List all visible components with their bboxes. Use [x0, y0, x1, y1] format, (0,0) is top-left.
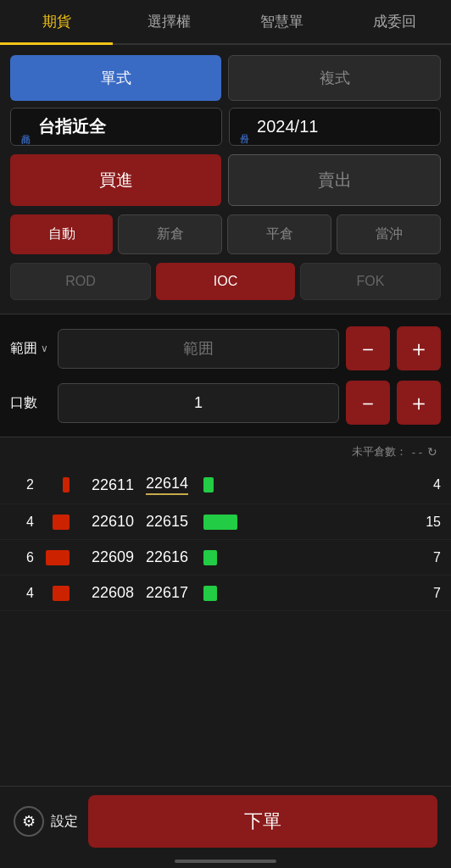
order-type-row: 自動 新倉 平倉 當沖	[0, 214, 451, 263]
price-type-ioc[interactable]: IOC	[156, 263, 295, 300]
quantity-row: 口數 － ＋	[10, 381, 441, 425]
ask-quantity: 7	[256, 550, 441, 565]
ask-quantity: 4	[256, 477, 441, 492]
tab-smart-order[interactable]: 智慧單	[226, 0, 338, 43]
ask-bar-fill	[203, 586, 217, 601]
bid-price[interactable]: 22608	[75, 584, 134, 602]
mode-section: 單式 複式	[0, 45, 451, 108]
settings-area[interactable]: ⚙ 設定	[14, 806, 78, 837]
single-mode-button[interactable]: 單式	[10, 55, 221, 101]
price-type-row: ROD IOC FOK	[0, 263, 451, 314]
ask-price[interactable]: 22614	[139, 475, 198, 495]
sell-button[interactable]: 賣出	[228, 154, 441, 206]
tab-options[interactable]: 選擇權	[113, 0, 226, 43]
bid-bar	[39, 477, 70, 492]
ask-bar	[203, 586, 251, 601]
order-book-row: 6 22609 22616 7	[0, 540, 451, 576]
ask-bar-fill	[203, 515, 237, 530]
control-section: 範囲 ∨ － ＋ 口數 － ＋	[0, 314, 451, 437]
top-tab-bar: 期貨 選擇權 智慧單 成委回	[0, 0, 451, 45]
quantity-increase-button[interactable]: ＋	[397, 381, 441, 425]
order-type-close[interactable]: 平倉	[227, 214, 331, 254]
bid-bar-fill	[53, 515, 70, 530]
ask-price[interactable]: 22615	[139, 513, 198, 531]
order-book-row: 2 22611 22614 4	[0, 466, 451, 504]
product-date-row: 商品 台指近全 月份 2024/11	[0, 108, 451, 154]
product-name: 台指近全	[38, 115, 106, 138]
range-label: 範囲 ∨	[10, 340, 51, 358]
ask-bar	[203, 515, 251, 530]
quantity-decrease-button[interactable]: －	[346, 381, 390, 425]
refresh-icon[interactable]: ↻	[427, 445, 437, 459]
range-increase-button[interactable]: ＋	[397, 326, 441, 370]
ask-price[interactable]: 22616	[139, 548, 198, 566]
ask-bar-fill	[203, 477, 214, 492]
ask-price[interactable]: 22617	[139, 584, 198, 602]
bid-bar	[39, 586, 70, 601]
quantity-label: 口數	[10, 394, 51, 412]
ask-quantity: 7	[256, 586, 441, 601]
open-position-row: 未平倉數： - - ↻	[0, 437, 451, 463]
ask-bar	[203, 550, 251, 565]
bid-quantity: 4	[10, 515, 34, 530]
open-position-label: 未平倉數：	[352, 444, 407, 459]
bid-quantity: 6	[10, 550, 34, 565]
bid-quantity: 2	[10, 477, 34, 492]
tab-futures[interactable]: 期貨	[0, 0, 113, 43]
tab-history[interactable]: 成委回	[338, 0, 451, 43]
order-book-row: 4 22608 22617 7	[0, 576, 451, 611]
product-selector[interactable]: 商品 台指近全	[10, 108, 222, 146]
home-indicator	[175, 860, 276, 863]
open-position-value: - -	[412, 446, 422, 459]
bid-bar-fill	[63, 477, 70, 492]
order-type-new[interactable]: 新倉	[118, 214, 222, 254]
order-book-row: 4 22610 22615 15	[0, 504, 451, 540]
place-order-button[interactable]: 下單	[88, 795, 437, 848]
settings-label: 設定	[51, 813, 78, 831]
bid-price[interactable]: 22610	[75, 513, 134, 531]
bid-bar-fill	[46, 550, 70, 565]
bottom-bar: ⚙ 設定 下單	[0, 786, 451, 868]
order-book: 2 22611 22614 4 4 22610 22615 15 6 22609…	[0, 463, 451, 615]
gear-icon: ⚙	[14, 806, 44, 837]
range-input[interactable]	[58, 329, 339, 369]
order-type-auto[interactable]: 自動	[10, 214, 113, 254]
date-value: 2024/11	[257, 117, 318, 136]
price-type-fok[interactable]: FOK	[300, 263, 441, 300]
order-type-daytrade[interactable]: 當沖	[337, 214, 441, 254]
ask-bar	[203, 477, 251, 492]
price-type-rod[interactable]: ROD	[10, 263, 151, 300]
range-row: 範囲 ∨ － ＋	[10, 326, 441, 370]
date-selector[interactable]: 月份 2024/11	[229, 108, 441, 146]
buysell-row: 買進 賣出	[0, 154, 451, 214]
range-chevron-icon: ∨	[41, 342, 48, 354]
bid-quantity: 4	[10, 586, 34, 601]
buy-button[interactable]: 買進	[10, 154, 221, 206]
combo-mode-button[interactable]: 複式	[228, 55, 441, 101]
bid-bar	[39, 515, 70, 530]
bid-bar	[39, 550, 70, 565]
quantity-input[interactable]	[58, 383, 339, 423]
range-decrease-button[interactable]: －	[346, 326, 390, 370]
bid-price[interactable]: 22609	[75, 548, 134, 566]
ask-bar-fill	[203, 550, 217, 565]
bid-price[interactable]: 22611	[75, 476, 134, 494]
bid-bar-fill	[53, 586, 70, 601]
ask-quantity: 15	[256, 515, 441, 530]
